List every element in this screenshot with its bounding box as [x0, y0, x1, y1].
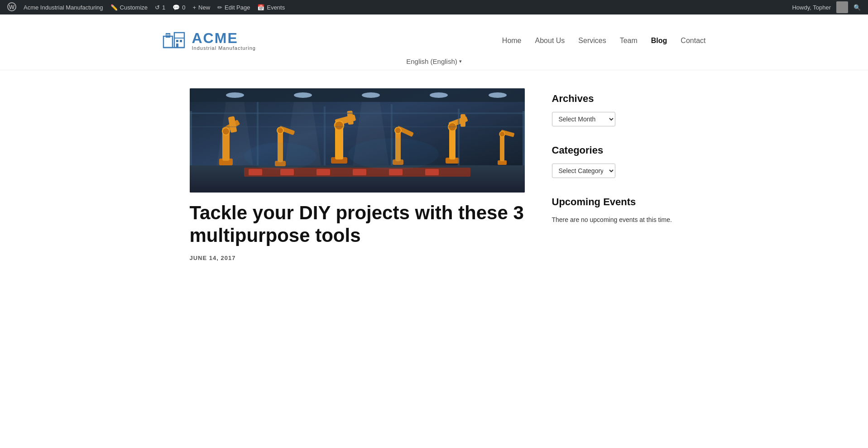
- svg-rect-46: [500, 134, 504, 161]
- admin-bar: W Acme Industrial Manufacturing ✏️ Custo…: [0, 0, 868, 14]
- svg-rect-61: [523, 111, 525, 165]
- wp-icon: W: [7, 2, 16, 13]
- language-selector[interactable]: English (English) ▾: [406, 58, 462, 65]
- svg-rect-7: [176, 40, 178, 42]
- revisions-icon: ↺: [155, 4, 160, 11]
- svg-point-48: [499, 131, 505, 137]
- logo-link[interactable]: ACME Industrial Manufacturing: [163, 28, 256, 53]
- logo-sub: Industrial Manufacturing: [192, 45, 256, 51]
- avatar: [836, 1, 848, 13]
- edit-page-icon: ✏: [217, 4, 222, 11]
- events-item[interactable]: 📅 Events: [254, 0, 288, 14]
- site-name-item[interactable]: Acme Industrial Manufacturing: [20, 0, 107, 14]
- svg-point-18: [489, 92, 507, 98]
- archives-title: Archives: [552, 93, 679, 105]
- svg-rect-54: [389, 169, 403, 175]
- logo-text: ACME Industrial Manufacturing: [192, 31, 256, 51]
- archives-select[interactable]: Select Month: [552, 112, 615, 126]
- svg-rect-43: [460, 114, 465, 127]
- new-icon: +: [192, 4, 196, 11]
- customize-item[interactable]: ✏️ Customize: [107, 0, 151, 14]
- upcoming-events-section: Upcoming Events There are no upcoming ev…: [552, 196, 679, 225]
- svg-point-39: [395, 127, 401, 134]
- article-date: JUNE 14, 2017: [190, 255, 525, 261]
- comments-icon: 💬: [173, 4, 180, 11]
- events-icon: 📅: [257, 4, 264, 11]
- svg-point-30: [277, 127, 283, 134]
- nav-team[interactable]: Team: [620, 35, 638, 47]
- svg-rect-8: [180, 40, 182, 42]
- nav-home[interactable]: Home: [502, 35, 522, 47]
- comments-count: 0: [182, 4, 185, 11]
- svg-rect-5: [174, 33, 184, 48]
- svg-point-17: [430, 92, 448, 98]
- sidebar: Archives Select Month Categories Select …: [552, 88, 679, 243]
- logo-svg: [163, 28, 187, 53]
- categories-section: Categories Select Category: [552, 145, 679, 178]
- howdy-text: Howdy, Topher: [788, 4, 834, 11]
- svg-rect-23: [222, 131, 230, 161]
- new-item[interactable]: + New: [189, 0, 214, 14]
- chevron-down-icon: ▾: [459, 58, 462, 64]
- svg-rect-41: [449, 127, 456, 159]
- article-title: Tackle your DIY projects with these 3 mu…: [190, 202, 525, 247]
- svg-rect-2: [163, 36, 173, 48]
- site-header: ACME Industrial Manufacturing Home About…: [0, 14, 868, 70]
- svg-point-35: [335, 121, 344, 130]
- edit-page-item[interactable]: ✏ Edit Page: [214, 0, 254, 14]
- page-content: Tackle your DIY projects with these 3 mu…: [163, 70, 706, 279]
- factory-scene-svg: [190, 88, 525, 193]
- new-label: New: [198, 4, 210, 11]
- language-label: English (English): [406, 58, 457, 65]
- svg-text:W: W: [9, 4, 15, 10]
- svg-rect-50: [249, 169, 262, 175]
- svg-rect-9: [176, 43, 178, 48]
- svg-point-26: [222, 128, 230, 135]
- wp-logo-item[interactable]: W: [4, 0, 20, 14]
- comments-item[interactable]: 💬 0: [169, 0, 189, 14]
- svg-rect-51: [280, 169, 294, 175]
- no-events-text: There are no upcoming events at this tim…: [552, 215, 679, 225]
- search-icon[interactable]: 🔍: [850, 4, 864, 11]
- svg-point-14: [226, 92, 244, 98]
- nav-second-row: English (English) ▾: [406, 58, 462, 65]
- admin-bar-right: Howdy, Topher 🔍: [788, 1, 864, 13]
- customize-icon: ✏️: [110, 4, 118, 11]
- upcoming-events-title: Upcoming Events: [552, 196, 679, 208]
- revisions-count: 1: [162, 4, 165, 11]
- svg-rect-52: [317, 169, 330, 175]
- site-wrapper: ACME Industrial Manufacturing Home About…: [0, 14, 868, 279]
- revisions-item[interactable]: ↺ 1: [151, 0, 169, 14]
- events-label: Events: [267, 4, 285, 11]
- main-article: Tackle your DIY projects with these 3 mu…: [190, 88, 525, 261]
- article-image: [190, 88, 525, 193]
- svg-point-65: [348, 138, 439, 170]
- svg-point-15: [294, 92, 312, 98]
- nav-contact[interactable]: Contact: [681, 35, 705, 47]
- nav-about[interactable]: About Us: [535, 35, 565, 47]
- svg-rect-56: [190, 111, 192, 165]
- edit-page-label: Edit Page: [225, 4, 250, 11]
- svg-point-64: [244, 143, 317, 170]
- categories-select[interactable]: Select Category: [552, 164, 615, 178]
- svg-rect-58: [324, 106, 326, 165]
- customize-label: Customize: [120, 4, 148, 11]
- archives-section: Archives Select Month: [552, 93, 679, 126]
- site-name-text: Acme Industrial Manufacturing: [24, 4, 103, 11]
- svg-rect-53: [353, 169, 366, 175]
- categories-title: Categories: [552, 145, 679, 156]
- nav-services[interactable]: Services: [578, 35, 606, 47]
- nav-blog[interactable]: Blog: [651, 35, 667, 47]
- main-nav: Home About Us Services Team Blog Contact: [502, 35, 706, 47]
- svg-rect-60: [458, 109, 460, 165]
- nav-row: ACME Industrial Manufacturing Home About…: [163, 28, 706, 53]
- svg-point-16: [362, 92, 380, 98]
- logo-acme: ACME: [192, 31, 256, 45]
- svg-rect-55: [425, 169, 439, 175]
